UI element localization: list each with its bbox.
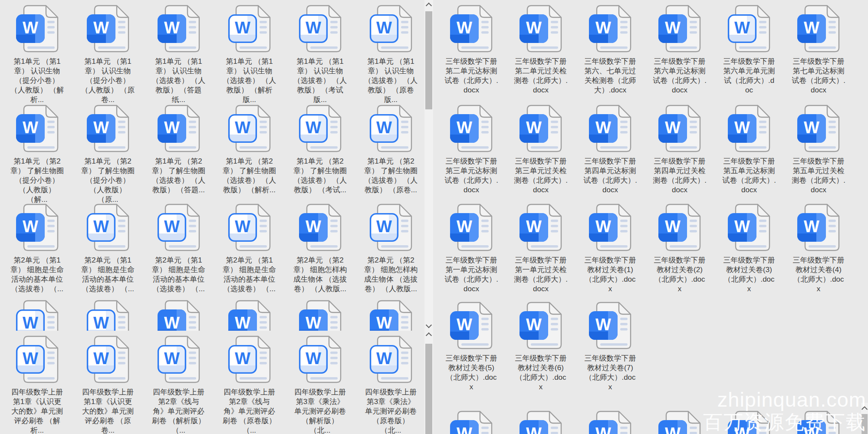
file-name: 第1单元 （第2章） 了解生物圈 （选拔卷） （人教版） （解析...: [222, 157, 277, 195]
file-item-clipped[interactable]: W: [2, 299, 72, 331]
svg-text:W: W: [734, 424, 750, 434]
scroll-up-icon[interactable]: [861, 406, 868, 412]
file-item-clipped[interactable]: W: [784, 410, 853, 434]
file-item[interactable]: W 第1单元 （第2章） 了解生物圈 （选拔卷） （人教版） （解析...: [214, 104, 285, 204]
file-item[interactable]: W 三年级数学下册第四单元过关检测卷（北师大）.docx: [645, 104, 714, 195]
file-item[interactable]: W 三年级数学下册第六、七单元过关检测卷（北师大）.docx: [575, 4, 645, 95]
word-doc-icon: W: [369, 203, 413, 252]
file-item[interactable]: W 四年级数学上册第1章《认识更大的数》单元测评必刷卷 （原卷...: [72, 335, 143, 434]
file-item-clipped[interactable]: W: [214, 299, 285, 331]
word-doc-icon: W: [228, 4, 271, 53]
file-name: 四年级数学上册第3章《乘法》单元测评必刷卷 （原卷版） （北...: [363, 388, 419, 434]
file-item[interactable]: W 第1单元 （第1章） 认识生物 （提分小卷） （人教版） （原卷...: [72, 4, 143, 105]
word-doc-icon: W: [16, 104, 59, 153]
scroll-down-icon[interactable]: [426, 322, 432, 328]
file-item[interactable]: W 三年级数学下册第二单元过关检测卷（北师大）.docx: [506, 4, 575, 95]
file-item[interactable]: W 第1单元 （第1章） 认识生物 （提分小卷） （人教版） （解析...: [2, 4, 72, 105]
file-item[interactable]: W 第2单元 （第1章） 细胞是生命活动的基本单位 （选拔卷） （...: [2, 203, 72, 294]
file-item[interactable]: W 第2单元 （第1章） 细胞是生命活动的基本单位 （选拔卷） （...: [72, 203, 143, 294]
word-doc-icon: W: [16, 335, 59, 384]
svg-text:W: W: [164, 349, 180, 368]
file-item[interactable]: W 三年级数学下册第二单元达标测试卷（北师大）.docx: [437, 4, 506, 95]
file-item-clipped[interactable]: W: [437, 410, 506, 434]
file-item[interactable]: W 第1单元 （第1章） 认识生物 （选拔卷） （人教版） （答题纸...: [143, 4, 214, 105]
file-item[interactable]: W 三年级数学下册第七单元达标测试卷（北师大）.docx: [784, 4, 853, 95]
svg-text:W: W: [93, 314, 109, 331]
file-item[interactable]: W 三年级数学下册第六单元单元测试（北师大）.doc: [714, 4, 784, 95]
file-item[interactable]: W 第1单元 （第2章） 了解生物圈 （选拔卷） （人教版） （考试...: [285, 104, 355, 204]
file-name: 第1单元 （第2章） 了解生物圈 （选拔卷） （人教版） （考试...: [293, 157, 348, 195]
file-item[interactable]: W 四年级数学上册第3章《乘法》单元测评必刷卷 （原卷版） （北...: [355, 335, 426, 434]
file-name: 第1单元 （第1章） 认识生物 （选拔卷） （人教版） （答题纸...: [151, 57, 207, 105]
right-scrollbar[interactable]: [861, 403, 868, 434]
file-item[interactable]: W 三年级数学下册第四单元达标测试卷（北师大）.docx: [575, 104, 645, 195]
word-doc-icon: W: [157, 4, 201, 53]
svg-text:W: W: [93, 349, 109, 368]
file-name: 三年级数学下册第四单元过关检测卷（北师大）.docx: [653, 157, 707, 195]
file-item[interactable]: W 三年级数学下册第三单元过关检测卷（北师大）.docx: [506, 104, 575, 195]
file-name: 第2单元 （第1章） 细胞是生命活动的基本单位 （选拔卷） （...: [151, 256, 207, 294]
right-panel: W 三年级数学下册第二单元达标测试卷（北师大）.docx W 三年级数学下册第二…: [435, 0, 859, 434]
file-item[interactable]: W 三年级数学下册教材过关卷(2)（北师大）.docx: [645, 203, 714, 294]
file-item-clipped[interactable]: W: [285, 299, 355, 331]
file-item[interactable]: W 四年级数学上册第3章《乘法》单元测评必刷卷 （解析版） （北...: [285, 335, 355, 434]
scroll-up-icon[interactable]: [426, 332, 432, 339]
file-name: 三年级数学下册第五单元过关检测卷（北师大）.docx: [792, 157, 845, 195]
file-item[interactable]: W 第1单元 （第1章） 认识生物 （选拔卷） （人教版） （考试版...: [285, 4, 355, 105]
file-item-clipped[interactable]: W: [575, 410, 645, 434]
file-item[interactable]: W 四年级数学上册第2章《线与角》单元测评必刷卷 （原卷版） （...: [214, 335, 285, 434]
word-doc-icon: W: [450, 301, 493, 350]
file-item[interactable]: W 三年级数学下册第一单元达标测试卷（北师大）.docx: [437, 203, 506, 294]
file-item[interactable]: W 第1单元 （第2章） 了解生物圈 （提分小卷） （人教版） （解...: [2, 104, 72, 204]
file-item[interactable]: W 三年级数学下册第五单元达标测试卷（北师大）.docx: [714, 104, 784, 195]
word-doc-icon: W: [797, 203, 840, 252]
word-doc-icon: W: [157, 104, 201, 153]
file-item-clipped[interactable]: W: [355, 299, 426, 331]
word-doc-icon: W: [369, 104, 413, 153]
svg-text:W: W: [457, 118, 472, 137]
file-item[interactable]: W 第1单元 （第2章） 了解生物圈 （选拔卷） （人教版） （原卷...: [355, 104, 426, 204]
file-item[interactable]: W 四年级数学上册第1章《认识更大的数》单元测评必刷卷 （解析...: [2, 335, 72, 434]
file-item[interactable]: W 三年级数学下册教材过关卷(4)（北师大）.docx: [784, 203, 853, 294]
file-name: 四年级数学上册第2章《线与角》单元测评必刷卷 （解析版） （...: [151, 388, 207, 434]
file-item[interactable]: W 第2单元 （第1章） 细胞是生命活动的基本单位 （选拔卷） （...: [214, 203, 285, 294]
file-name: 第2单元 （第2章） 细胞怎样构成生物体 （选拔卷） （人教版...: [293, 256, 348, 294]
file-item[interactable]: W 三年级数学下册第五单元过关检测卷（北师大）.docx: [784, 104, 853, 195]
file-item-clipped[interactable]: W: [506, 410, 575, 434]
left-scrollbar[interactable]: [424, 0, 433, 434]
file-item-clipped[interactable]: W: [143, 299, 214, 331]
file-item[interactable]: W 三年级数学下册教材过关卷(1)（北师大）.docx: [575, 203, 645, 294]
file-item[interactable]: W 第1单元 （第2章） 了解生物圈 （选拔卷） （人教版） （答题...: [143, 104, 214, 204]
file-item-clipped[interactable]: W: [645, 410, 714, 434]
file-item[interactable]: W 第2单元 （第2章） 细胞怎样构成生物体 （选拔卷） （人教版...: [355, 203, 426, 294]
file-item-clipped[interactable]: W: [72, 299, 143, 331]
file-item[interactable]: W 四年级数学上册第2章《线与角》单元测评必刷卷 （解析版） （...: [143, 335, 214, 434]
file-item[interactable]: W 第2单元 （第1章） 细胞是生命活动的基本单位 （选拔卷） （...: [143, 203, 214, 294]
file-item[interactable]: W 三年级数学下册第六单元达标测试卷（北师大）.docx: [645, 4, 714, 95]
file-row: W W W: [2, 299, 426, 331]
scroll-up-icon[interactable]: [426, 3, 432, 9]
file-item[interactable]: W 第1单元 （第1章） 认识生物 （选拔卷） （人教版） （原卷版...: [355, 4, 426, 105]
scrollbar-thumb[interactable]: [425, 11, 432, 109]
file-name: 三年级数学下册教材过关卷(3)（北师大）.docx: [722, 256, 776, 294]
file-item[interactable]: W 第2单元 （第2章） 细胞怎样构成生物体 （选拔卷） （人教版...: [285, 203, 355, 294]
svg-text:W: W: [23, 217, 38, 236]
word-doc-icon: W: [797, 4, 840, 53]
file-name: 三年级数学下册教材过关卷(5)（北师大）.docx: [444, 354, 498, 392]
file-item[interactable]: W 三年级数学下册教材过关卷(3)（北师大）.docx: [714, 203, 784, 294]
file-item[interactable]: W 第1单元 （第1章） 认识生物 （选拔卷） （人教版） （解析版...: [214, 4, 285, 105]
file-item[interactable]: W 第1单元 （第2章） 了解生物圈 （提分小卷） （人教版） （原...: [72, 104, 143, 204]
file-row: W 第1单元 （第2章） 了解生物圈 （提分小卷） （人教版） （解... W …: [2, 104, 426, 204]
scrollbar-thumb[interactable]: [425, 344, 432, 434]
file-item[interactable]: W 三年级数学下册第一单元过关检测卷（北师大）.docx: [506, 203, 575, 294]
svg-text:W: W: [804, 424, 819, 434]
svg-text:W: W: [665, 424, 681, 434]
file-item[interactable]: W 三年级数学下册第三单元达标测试卷（北师大）.docx: [437, 104, 506, 195]
file-item-clipped[interactable]: W: [714, 410, 784, 434]
word-doc-icon: W: [228, 299, 271, 331]
file-item[interactable]: W 三年级数学下册教材过关卷(7)（北师大）.docx: [575, 301, 645, 392]
file-item[interactable]: W 三年级数学下册教材过关卷(6)（北师大）.docx: [506, 301, 575, 392]
file-item[interactable]: W 三年级数学下册教材过关卷(5)（北师大）.docx: [437, 301, 506, 392]
svg-text:W: W: [526, 316, 542, 334]
scrollbar-thumb[interactable]: [861, 414, 868, 434]
